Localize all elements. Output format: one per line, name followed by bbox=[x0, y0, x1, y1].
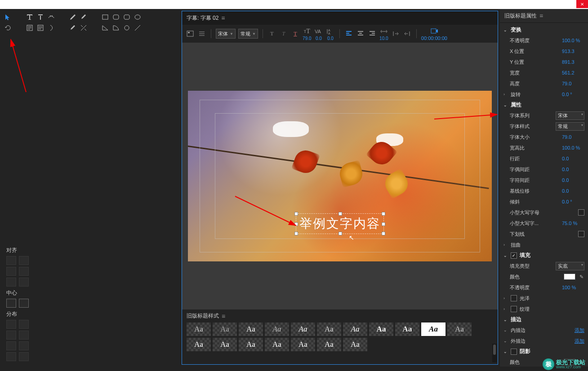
align-btn[interactable] bbox=[19, 278, 29, 287]
show-video-icon[interactable] bbox=[430, 26, 439, 35]
font-size-value[interactable]: 79.0 bbox=[562, 134, 584, 140]
style-swatch[interactable]: Aa bbox=[447, 322, 472, 336]
underline-icon[interactable]: T bbox=[291, 29, 300, 38]
style-swatch[interactable]: Aa bbox=[291, 322, 315, 336]
distribute-btn[interactable] bbox=[19, 331, 29, 340]
font-family-dropdown[interactable]: 宋体 bbox=[556, 111, 584, 120]
style-swatch[interactable]: Aa bbox=[187, 322, 211, 336]
resize-handle[interactable] bbox=[339, 232, 342, 235]
style-swatch[interactable]: Aa bbox=[421, 322, 445, 336]
style-swatch[interactable]: Aa bbox=[317, 322, 341, 336]
align-right-icon[interactable] bbox=[368, 29, 377, 38]
styles-scrollbar[interactable] bbox=[492, 344, 497, 362]
canvas-area[interactable]: 举例文字内容 ↖ bbox=[182, 43, 498, 309]
rotate-tool[interactable] bbox=[4, 23, 13, 32]
resize-handle[interactable] bbox=[294, 232, 298, 235]
y-position-value[interactable]: 891.3 bbox=[562, 59, 584, 65]
tracking-icon[interactable] bbox=[379, 27, 388, 36]
style-swatch[interactable]: Aa bbox=[343, 322, 367, 336]
style-swatch[interactable]: Aa bbox=[187, 338, 211, 351]
x-position-value[interactable]: 913.3 bbox=[562, 49, 584, 54]
twist-icon[interactable]: ⌄ bbox=[503, 328, 508, 332]
selection-tool[interactable] bbox=[4, 13, 13, 22]
baseline-value[interactable]: 0.0 bbox=[562, 188, 584, 194]
twist-icon[interactable]: › bbox=[503, 243, 508, 247]
distribute-btn[interactable] bbox=[6, 352, 16, 361]
timecode-value[interactable]: 00:00:00:00 bbox=[421, 35, 447, 41]
align-btn[interactable] bbox=[6, 267, 16, 276]
smallcaps-size-value[interactable]: 75.0 % bbox=[562, 221, 584, 226]
tab-stops-icon-2[interactable] bbox=[403, 29, 412, 38]
fill-opacity-value[interactable]: 100 % bbox=[562, 285, 584, 290]
rectangle-tool[interactable] bbox=[101, 13, 110, 22]
area-type-tool[interactable] bbox=[25, 23, 34, 32]
texture-checkbox[interactable] bbox=[511, 306, 517, 312]
style-swatch[interactable]: Aa bbox=[239, 322, 263, 336]
tracking-value[interactable]: 10.0 bbox=[379, 36, 388, 41]
distribute-btn[interactable] bbox=[6, 341, 16, 350]
leading-value[interactable]: 0.0 bbox=[562, 156, 584, 161]
distribute-btn[interactable] bbox=[6, 331, 16, 340]
opacity-value[interactable]: 100.0 % bbox=[562, 38, 584, 43]
rounded-rect-tool[interactable] bbox=[111, 13, 120, 22]
align-center-icon[interactable] bbox=[356, 29, 365, 38]
italic-icon[interactable]: T bbox=[279, 29, 288, 38]
twist-icon[interactable]: › bbox=[503, 307, 508, 311]
height-value[interactable]: 79.0 bbox=[562, 81, 584, 86]
font-family-dropdown[interactable]: 宋体▼ bbox=[216, 29, 236, 39]
template-icon[interactable] bbox=[186, 29, 195, 38]
vertical-type-tool[interactable] bbox=[36, 13, 45, 22]
aspect-value[interactable]: 100.0 % bbox=[562, 145, 584, 150]
fill-checkbox[interactable]: ✓ bbox=[511, 252, 517, 259]
style-swatch[interactable]: Aa bbox=[213, 338, 237, 351]
kerning-icon[interactable]: VA bbox=[314, 27, 323, 36]
vertical-area-type-tool[interactable] bbox=[36, 23, 45, 32]
tracking-value[interactable]: 0.0 bbox=[562, 177, 584, 183]
align-btn[interactable] bbox=[6, 256, 16, 265]
shadow-checkbox[interactable] bbox=[511, 349, 517, 355]
style-swatch[interactable]: Aa bbox=[343, 338, 367, 351]
align-btn[interactable] bbox=[19, 267, 29, 276]
font-style-dropdown[interactable]: 常规▼ bbox=[238, 29, 258, 39]
title-tab-label[interactable]: 字幕: 字幕 02 bbox=[187, 14, 218, 22]
title-text-object[interactable]: 举例文字内容 bbox=[298, 215, 382, 232]
twist-icon[interactable]: › bbox=[503, 92, 508, 97]
align-btn[interactable] bbox=[19, 256, 29, 265]
twist-icon[interactable]: › bbox=[503, 296, 508, 300]
distribute-btn[interactable] bbox=[6, 320, 16, 329]
panel-menu-icon[interactable]: ≡ bbox=[221, 14, 225, 22]
pen-add-tool[interactable] bbox=[79, 13, 88, 22]
style-swatch[interactable]: Aa bbox=[395, 322, 419, 336]
ellipse-tool[interactable] bbox=[133, 13, 142, 22]
window-close-button[interactable]: ✕ bbox=[576, 0, 588, 8]
center-h-btn[interactable] bbox=[6, 299, 16, 308]
resize-handle[interactable] bbox=[294, 212, 298, 216]
wedge-tool[interactable] bbox=[101, 23, 110, 32]
fill-type-dropdown[interactable]: 实底 bbox=[556, 262, 584, 270]
style-swatch[interactable]: Aa bbox=[265, 338, 289, 351]
roll-crawl-icon[interactable] bbox=[197, 29, 206, 38]
style-swatch[interactable]: Aa bbox=[291, 338, 315, 351]
style-swatch[interactable]: Aa bbox=[239, 338, 263, 351]
width-value[interactable]: 561.2 bbox=[562, 70, 584, 75]
pen-tool[interactable] bbox=[68, 13, 77, 22]
kerning-value[interactable]: 0.0 bbox=[562, 167, 584, 172]
transform-section[interactable]: ⌄变换 bbox=[500, 25, 588, 35]
arc-tool[interactable] bbox=[111, 23, 120, 32]
clipped-rect-tool[interactable] bbox=[122, 13, 131, 22]
style-swatch[interactable]: Aa bbox=[369, 322, 393, 336]
font-size-value[interactable]: 79.0 bbox=[303, 36, 311, 41]
panel-menu-icon[interactable]: ≡ bbox=[539, 12, 543, 19]
panel-menu-icon[interactable]: ≡ bbox=[222, 313, 225, 320]
distribute-btn[interactable] bbox=[19, 352, 29, 361]
eyedropper-icon[interactable]: ✎ bbox=[578, 274, 584, 280]
resize-handle[interactable] bbox=[382, 212, 385, 216]
convert-anchor-tool[interactable] bbox=[79, 23, 88, 32]
strokes-section[interactable]: ⌄描边 bbox=[500, 314, 588, 325]
leading-icon[interactable]: AA bbox=[326, 27, 335, 36]
resize-handle[interactable] bbox=[382, 232, 385, 235]
style-swatch[interactable]: Aa bbox=[265, 322, 289, 336]
pen-delete-tool[interactable] bbox=[68, 23, 77, 32]
align-btn[interactable] bbox=[6, 278, 16, 287]
add-inner-stroke-link[interactable]: 添加 bbox=[575, 327, 584, 334]
